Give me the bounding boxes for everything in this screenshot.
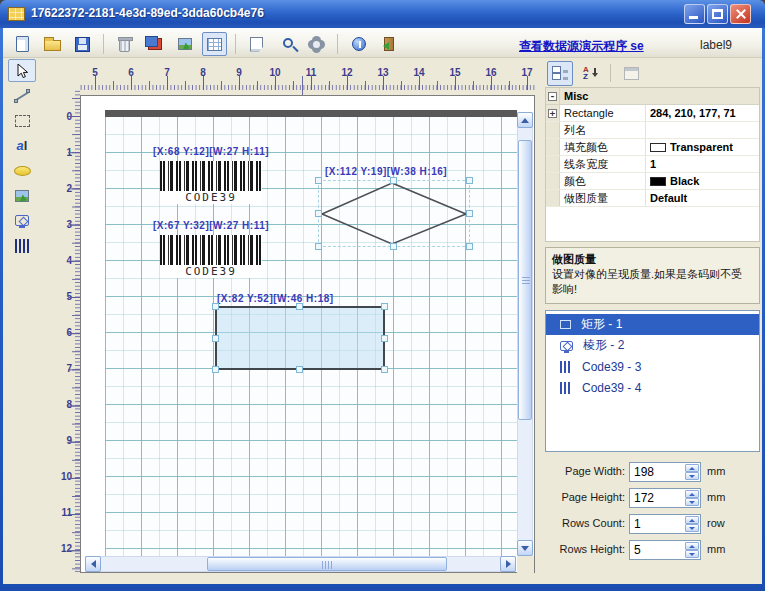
scroll-left-button[interactable] [85,556,101,572]
close-button[interactable] [730,4,751,24]
selection-handle[interactable] [315,177,322,184]
new-document-button[interactable] [10,32,35,56]
list-item-rectangle[interactable]: 矩形 - 1 [546,314,759,335]
maximize-button[interactable] [707,4,728,24]
horizontal-ruler: 567891011121314151617 [60,62,535,90]
rows-height-row: Rows Height: mm [545,540,763,560]
line-tool-button[interactable] [8,84,36,107]
page-height-row: Page Height: mm [545,488,763,508]
property-value[interactable]: 284, 210, 177, 71 [646,105,759,121]
selection-handle[interactable] [296,303,303,310]
image-tool-button[interactable] [8,184,36,207]
scroll-up-button[interactable] [517,112,533,128]
property-pages-button[interactable] [618,61,644,86]
settings-button[interactable] [304,32,329,56]
about-button[interactable] [346,32,371,56]
unit-label: mm [707,491,725,503]
property-name: 颜色 [560,173,646,189]
arrow-up-icon [689,464,695,470]
save-button[interactable] [70,32,95,56]
spin-down-button[interactable] [685,524,699,532]
selection-handle[interactable] [466,177,473,184]
selection-handle[interactable] [466,243,473,250]
rectangle-object[interactable] [215,306,385,370]
list-item-code39-4[interactable]: Code39 - 4 [546,377,759,398]
expand-icon[interactable] [548,109,557,118]
selection-handle[interactable] [381,303,388,310]
selection-handle[interactable] [315,210,322,217]
list-item-code39-3[interactable]: Code39 - 3 [546,356,759,377]
rows-count-row: Rows Count: row [545,514,763,534]
selection-handle[interactable] [381,335,388,342]
property-value: Transparent [670,139,733,155]
selection-handle[interactable] [315,243,322,250]
diamond-object[interactable] [318,180,470,247]
property-value[interactable]: Default [646,190,759,206]
new-document-icon [16,36,29,52]
property-row[interactable]: 做图质量 Default [546,190,759,207]
minimize-button[interactable] [684,4,705,24]
spin-up-button[interactable] [685,490,699,498]
barcode-tool-button[interactable] [8,234,36,257]
list-item-label: 棱形 - 2 [583,337,624,354]
property-value[interactable]: 1 [646,156,759,172]
selection-handle[interactable] [390,243,397,250]
image-button[interactable] [142,32,167,56]
zoom-button[interactable] [274,32,299,56]
categorized-view-button[interactable] [547,61,573,86]
horizontal-scroll-thumb[interactable] [207,557,447,571]
diamond-tool-button[interactable] [8,209,36,232]
barcode-object[interactable] [160,161,262,191]
selection-handle[interactable] [212,335,219,342]
open-button[interactable] [40,32,65,56]
text-tool-button[interactable]: al [8,134,36,157]
window-title: 17622372-2181-4e3d-89ed-3dda60cb4e76 [31,6,264,20]
delete-button[interactable] [112,32,137,56]
selection-handle[interactable] [466,210,473,217]
label-page-grid[interactable]: [X:68 Y:12][W:27 H:11] CODE39 [X:67 Y:32… [105,117,517,556]
spin-down-button[interactable] [685,472,699,480]
datasource-demo-link[interactable]: 查看数据源演示程序 se [519,38,644,55]
scroll-right-button[interactable] [500,556,516,572]
selection-handle[interactable] [381,366,388,373]
image-export-button[interactable] [172,32,197,56]
collapse-icon[interactable] [548,92,557,101]
pointer-tool-button[interactable] [8,59,36,82]
property-row[interactable]: 线条宽度 1 [546,156,759,173]
open-folder-icon [44,40,61,51]
page-preview-button[interactable] [244,32,269,56]
property-description-box: 做图质量 设置对像的呈现质量.如果是条码则不受影响! [545,247,760,304]
property-row[interactable]: 颜色 Black [546,173,759,190]
selection-handle[interactable] [212,303,219,310]
selection-handle[interactable] [212,366,219,373]
property-row[interactable]: Rectangle 284, 210, 177, 71 [546,105,759,122]
app-window: 17622372-2181-4e3d-89ed-3dda60cb4e76 查看数… [0,0,765,591]
horizontal-scrollbar[interactable] [85,556,516,572]
rectangle-tool-button[interactable] [8,109,36,132]
minimize-icon [689,16,698,19]
spin-up-button[interactable] [685,516,699,524]
arrow-up-icon [689,516,695,522]
property-value[interactable] [646,122,759,138]
ellipse-tool-button[interactable] [8,159,36,182]
design-canvas[interactable]: [X:68 Y:12][W:27 H:11] CODE39 [X:67 Y:32… [80,95,535,573]
spin-down-button[interactable] [685,498,699,506]
exit-button[interactable] [376,32,401,56]
alphabetical-sort-button[interactable]: AZ [577,61,603,86]
barcode-object[interactable] [160,235,262,265]
list-item-diamond[interactable]: 棱形 - 2 [546,335,759,356]
property-row[interactable]: 填充颜色 Transparent [546,139,759,156]
grid-view-button[interactable] [202,32,227,56]
spin-up-button[interactable] [685,464,699,472]
spin-up-button[interactable] [685,542,699,550]
property-category-row[interactable]: Misc [546,88,759,105]
property-row[interactable]: 列名 [546,122,759,139]
selection-handle[interactable] [296,366,303,373]
title-bar[interactable]: 17622372-2181-4e3d-89ed-3dda60cb4e76 [0,0,765,28]
vertical-scrollbar[interactable] [517,112,533,556]
vertical-scroll-thumb[interactable] [518,140,532,420]
selection-handle[interactable] [390,177,397,184]
spin-down-button[interactable] [685,550,699,558]
scroll-down-button[interactable] [517,540,533,556]
property-value: Black [670,173,699,189]
